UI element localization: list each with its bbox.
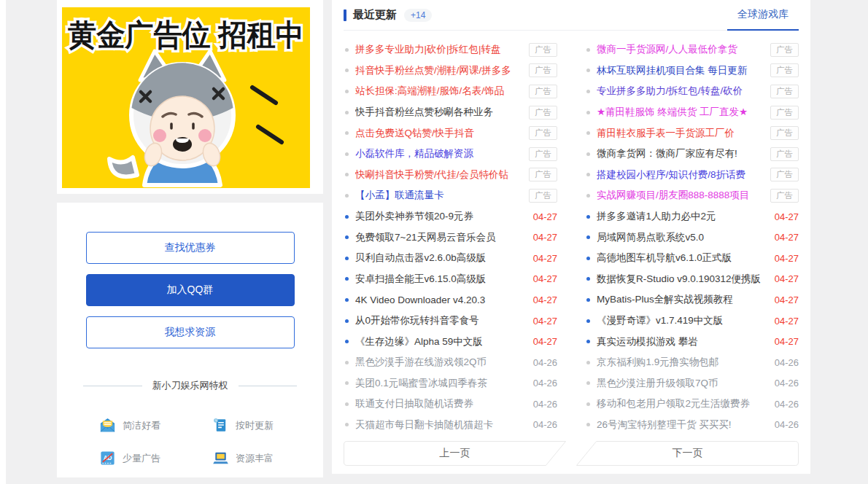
ad-badge: 广告 xyxy=(770,85,799,98)
item-title-link[interactable]: 黑色沙漠手游在线游戏领2Q币 xyxy=(355,356,533,369)
item-date: 04-26 xyxy=(533,378,557,389)
bullet-dot xyxy=(586,90,590,93)
list-item: 移动和包老用户领取2元生活缴费券04-26 xyxy=(585,394,799,415)
item-title-link[interactable]: 京东福利购1.9元撸实物包邮 xyxy=(597,356,775,369)
page-left-edge xyxy=(0,0,6,484)
mail-icon xyxy=(99,417,116,434)
item-title-link[interactable]: 抖音快手粉丝点赞/潮鞋/网课/拼多多 xyxy=(355,64,529,77)
item-title-link[interactable]: 数据恢复R-Studio v9.0.190312便携版 xyxy=(597,273,775,286)
item-title-link[interactable]: 快手抖音粉丝点赞秒唰各种业务 xyxy=(355,106,529,119)
list-item: ★莆田鞋服饰 终端供货 工厂直发★广告 xyxy=(585,102,799,123)
list-item: 莆田鞋衣服手表一手货源工厂价广告 xyxy=(585,122,799,144)
clipboard-icon xyxy=(212,417,229,434)
list-item: 拼多多专业助力|砍价|拆红包|转盘广告 xyxy=(344,39,557,60)
item-date: 04-27 xyxy=(533,273,557,284)
item-title-link[interactable]: 【小孟】联通流量卡 xyxy=(355,189,529,202)
item-title-link[interactable]: 天猫超市每日翻卡抽随机猫超卡 xyxy=(355,418,533,432)
item-title-link[interactable]: 实战网赚项目/朋友圈888-8888项目 xyxy=(597,189,770,202)
item-title-link[interactable]: 点击免费送Q钻赞/快手抖音 xyxy=(355,127,529,140)
find-coupons-button[interactable]: 查找优惠券 xyxy=(86,232,295,264)
item-title-link[interactable]: 微商一手货源网/人人最低价拿货 xyxy=(597,43,770,56)
bullet-dot xyxy=(586,298,590,302)
bullet-dot xyxy=(345,381,349,385)
list-item: 安卓扫描全能王v6.15.0高级版04-27 xyxy=(344,269,557,290)
next-page-button[interactable]: 下一页 xyxy=(576,441,799,466)
ad-badge: 广告 xyxy=(529,168,557,182)
list-item: 搭建校园小程序/知识付费/8折话费广告 xyxy=(585,165,799,186)
bullet-dot xyxy=(586,69,590,72)
list-item: 数据恢复R-Studio v9.0.190312便携版04-27 xyxy=(585,269,799,290)
item-title-link[interactable]: 4K Video Downloader v4.20.3 xyxy=(355,294,533,305)
join-qq-group-button[interactable]: 加入QQ群 xyxy=(86,274,295,306)
item-title-link[interactable]: 拼多多邀请1人助力必中2元 xyxy=(597,210,775,223)
item-title-link[interactable]: 专业拼多多助力/拆红包/转盘/砍价 xyxy=(597,85,770,98)
item-title-link[interactable]: 26号淘宝特别整理干货 买买买! xyxy=(597,418,775,432)
item-title-link[interactable]: 黑色沙漠注册升级领取7Q币 xyxy=(597,377,775,390)
item-title-link[interactable]: 微商拿货网：微商厂家应有尽有! xyxy=(597,147,770,160)
next-page-label: 下一页 xyxy=(576,441,799,466)
item-title-link[interactable]: MyBatis-Plus全解实战视频教程 xyxy=(597,293,775,306)
prev-page-label: 上一页 xyxy=(344,441,566,466)
ad-banner-illustration[interactable]: 黄金广告位 招租中 xyxy=(62,7,310,188)
item-title-link[interactable]: 真实运动模拟游戏 攀岩 xyxy=(597,335,775,348)
bullet-dot xyxy=(345,90,349,93)
ad-badge: 广告 xyxy=(770,63,799,77)
item-title-link[interactable]: 贝利自动点击器v2.6.0b高级版 xyxy=(355,251,533,265)
bullet-dot xyxy=(586,340,590,343)
section-title: 最近更新 xyxy=(353,8,397,22)
bullet-dot xyxy=(586,381,590,385)
item-title-link[interactable]: 《生存边缘》Alpha 59中文版 xyxy=(355,335,533,348)
ad-badge: 广告 xyxy=(770,126,799,140)
item-title-link[interactable]: 美团0.1元喝蜜雪冰城四季春茶 xyxy=(355,377,533,390)
accent-bar xyxy=(344,9,346,21)
item-title-link[interactable]: 小磊软件库，精品破解资源 xyxy=(355,147,529,160)
item-title-link[interactable]: 局域网简易点歌系统v5.0 xyxy=(597,231,775,244)
item-title-link[interactable]: ★莆田鞋服饰 终端供货 工厂直发★ xyxy=(597,106,770,119)
bullet-dot xyxy=(345,361,349,364)
ad-icon: AD xyxy=(99,450,116,467)
bullet-dot xyxy=(345,194,349,198)
item-date: 04-27 xyxy=(775,232,799,243)
update-lists: 拼多多专业助力|砍价|拆红包|转盘广告抖音快手粉丝点赞/潮鞋/网课/拼多多广告站… xyxy=(344,31,799,435)
item-date: 04-27 xyxy=(775,336,799,347)
ad-badge: 广告 xyxy=(529,63,557,77)
item-title-link[interactable]: 安卓扫描全能王v6.15.0高级版 xyxy=(355,273,533,286)
item-title-link[interactable]: 联通支付日抽取随机话费券 xyxy=(355,397,533,410)
ad-badge: 广告 xyxy=(529,85,557,98)
bullet-dot xyxy=(586,277,590,281)
item-title-link[interactable]: 搭建校园小程序/知识付费/8折话费 xyxy=(597,168,770,182)
item-title-link[interactable]: 莆田鞋衣服手表一手货源工厂价 xyxy=(597,127,770,140)
list-item: 京东福利购1.9元撸实物包邮04-26 xyxy=(585,352,799,373)
new-count-badge: +14 xyxy=(404,9,432,22)
item-title-link[interactable]: 站长担保:高端潮鞋/服饰/名表/饰品 xyxy=(355,85,529,98)
item-title-link[interactable]: 免费领取7~21天网易云音乐会员 xyxy=(355,231,533,244)
item-date: 04-27 xyxy=(775,294,799,305)
item-title-link[interactable]: 快唰抖音快手粉赞/代挂/会员特价钻 xyxy=(355,168,529,182)
bullet-dot xyxy=(345,48,349,52)
bullet-dot xyxy=(345,423,349,426)
list-item: 快手抖音粉丝点赞秒唰各种业务广告 xyxy=(344,102,557,123)
main-header: 最近更新 +14 全球游戏库 xyxy=(344,0,799,31)
item-title-link[interactable]: 从0开始带你玩转抖音零食号 xyxy=(355,314,533,327)
perks-divider: 新小刀娱乐网特权 xyxy=(83,379,297,392)
bullet-dot xyxy=(345,277,349,281)
item-title-link[interactable]: 高德地图车机导航v6.1.0正式版 xyxy=(597,251,775,265)
perks-divider-label: 新小刀娱乐网特权 xyxy=(152,379,228,392)
item-date: 04-27 xyxy=(775,253,799,264)
perk-clean-look: 简洁好看 xyxy=(99,417,212,434)
item-title-link[interactable]: 林坏互联网挂机项目合集 每日更新 xyxy=(597,64,770,77)
item-title-link[interactable]: 拼多多专业助力|砍价|拆红包|转盘 xyxy=(355,43,529,56)
request-resource-button[interactable]: 我想求资源 xyxy=(86,316,295,348)
tab-global-game-library[interactable]: 全球游戏库 xyxy=(727,0,799,31)
item-date: 04-27 xyxy=(775,211,799,222)
list-item: 《生存边缘》Alpha 59中文版04-27 xyxy=(344,331,557,352)
bullet-dot xyxy=(345,402,349,406)
item-title-link[interactable]: 移动和包老用户领取2元生活缴费券 xyxy=(597,397,775,410)
item-title-link[interactable]: 美团外卖神券节领20-9元券 xyxy=(355,210,533,223)
perk-rich-resources: 资源丰富 xyxy=(212,450,325,467)
prev-page-button[interactable]: 上一页 xyxy=(344,441,566,466)
item-date: 04-27 xyxy=(533,211,557,222)
bullet-dot xyxy=(345,152,349,156)
item-title-link[interactable]: 《漫野奇谭》v1.7.419中文版 xyxy=(597,314,775,327)
ad-badge: 广告 xyxy=(770,43,799,57)
